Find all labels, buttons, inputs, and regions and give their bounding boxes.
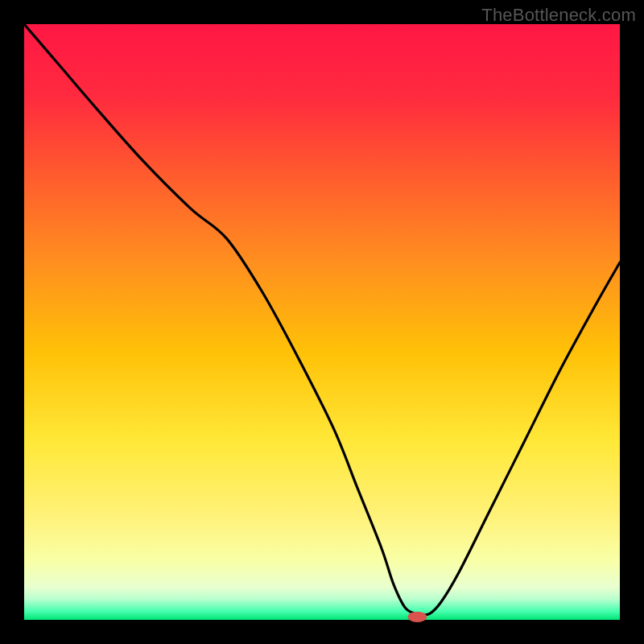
chart-plot-area: [24, 24, 620, 620]
optimal-point-marker: [408, 612, 427, 622]
chart-svg: [0, 0, 644, 644]
watermark-text: TheBottleneck.com: [481, 5, 636, 26]
bottleneck-chart: TheBottleneck.com: [0, 0, 644, 644]
